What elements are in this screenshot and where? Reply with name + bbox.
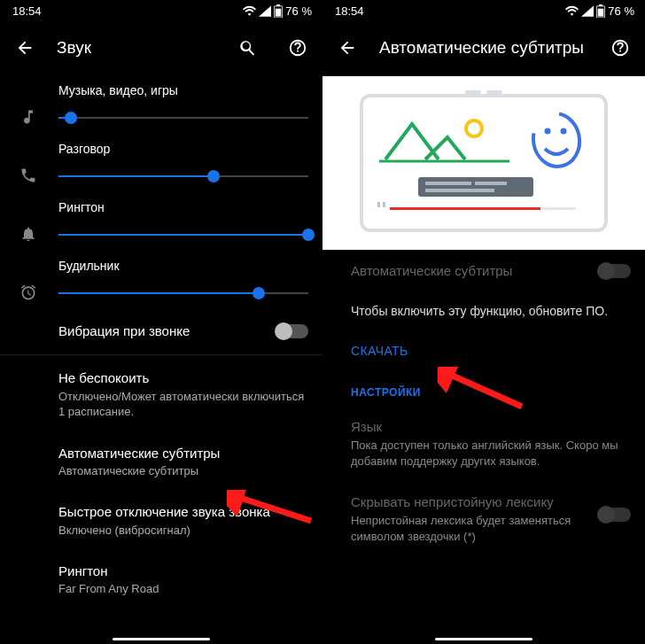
music-note-icon [19, 108, 37, 126]
svg-rect-22 [383, 202, 385, 207]
page-title: Звук [57, 38, 216, 58]
slider-media: Музыка, видео, игры [0, 76, 322, 135]
svg-point-13 [545, 128, 551, 135]
screen-sound: 18:54 4 76 % Звук Музыка, видео, игры [0, 0, 322, 644]
row-label: Автоматические субтитры [58, 445, 308, 462]
svg-text:4: 4 [261, 6, 265, 12]
row-sublabel: Непристойная лексика будет заменяться си… [351, 513, 588, 544]
svg-rect-20 [390, 207, 540, 210]
section-header: НАСТРОЙКИ [322, 367, 645, 406]
row-sublabel: Far From Any Road [58, 581, 308, 597]
search-icon [238, 38, 258, 58]
battery-icon [274, 4, 283, 18]
svg-point-14 [561, 128, 567, 135]
download-button[interactable]: СКАЧАТЬ [322, 326, 645, 367]
divider [0, 354, 322, 355]
status-bar: 18:54 76 % [322, 0, 645, 21]
signal-icon: 4 [259, 5, 271, 17]
help-icon [610, 38, 630, 58]
svg-rect-21 [377, 202, 380, 207]
page-title: Автоматические субтитры [379, 38, 588, 58]
switch-profanity[interactable] [599, 508, 631, 522]
phone-icon [19, 167, 37, 184]
screen-captions: 18:54 76 % Автоматические субтитры [322, 0, 645, 644]
row-profanity[interactable]: Скрывать непристойную лексику Непристойн… [322, 481, 645, 556]
home-indicator[interactable] [113, 638, 210, 640]
wifi-icon [243, 5, 256, 16]
slider-label: Будильник [58, 259, 308, 273]
svg-rect-3 [276, 8, 282, 16]
slider-track[interactable] [58, 108, 308, 128]
alarm-icon [19, 283, 37, 301]
row-label: Не беспокоить [58, 369, 308, 387]
row-label: Скрывать непристойную лексику [351, 493, 588, 511]
row-language[interactable]: Язык Пока доступен только английский язы… [322, 406, 645, 481]
help-button[interactable] [602, 30, 638, 66]
app-bar: Автоматические субтитры [322, 21, 645, 76]
back-button[interactable] [330, 30, 365, 66]
slider-label: Рингтон [58, 200, 308, 214]
slider-ring: Рингтон [0, 193, 322, 252]
row-label: Автоматические субтитры [351, 262, 588, 280]
battery-text: 76 % [285, 4, 312, 18]
search-button[interactable] [230, 30, 266, 66]
app-bar: Звук [0, 21, 322, 76]
status-icons: 76 % [565, 4, 634, 18]
svg-point-12 [529, 110, 584, 170]
svg-point-11 [466, 120, 482, 136]
clock: 18:54 [335, 4, 364, 18]
back-arrow-icon [338, 38, 357, 58]
row-mute-ring[interactable]: Быстрое отключение звука звонка Включено… [0, 491, 322, 550]
slider-alarm: Будильник [0, 252, 322, 310]
help-icon [288, 38, 307, 58]
svg-rect-15 [418, 177, 533, 197]
svg-rect-18 [425, 189, 494, 192]
status-icons: 4 76 % [243, 4, 312, 18]
row-sublabel: Автоматические субтитры [58, 463, 308, 479]
svg-rect-16 [425, 182, 471, 185]
row-label: Быстрое отключение звука звонка [58, 503, 308, 521]
slider-track[interactable] [58, 225, 308, 244]
svg-rect-17 [475, 182, 507, 185]
slider-label: Разговор [58, 142, 308, 156]
row-label: Рингтон [58, 563, 308, 580]
home-indicator[interactable] [435, 638, 532, 640]
row-captions-toggle[interactable]: Автоматические субтитры [322, 250, 645, 292]
slider-track[interactable] [58, 167, 308, 186]
row-label: Язык [351, 418, 631, 436]
battery-text: 76 % [608, 4, 634, 18]
slider-track[interactable] [58, 283, 308, 303]
svg-rect-7 [599, 4, 602, 6]
slider-label: Музыка, видео, игры [58, 83, 308, 97]
back-arrow-icon [15, 38, 35, 58]
row-label: Вибрация при звонке [58, 322, 266, 340]
bell-icon [19, 225, 37, 243]
row-ringtone[interactable]: Рингтон Far From Any Road [0, 550, 322, 622]
status-bar: 18:54 4 76 % [0, 0, 322, 21]
help-button[interactable] [280, 30, 315, 66]
switch-vibrate[interactable] [276, 324, 308, 338]
sound-content: Музыка, видео, игры Разговор Рингтон [0, 76, 322, 622]
row-sublabel: Включено (вибросигнал) [58, 523, 308, 539]
svg-rect-8 [598, 8, 604, 16]
switch-captions[interactable] [599, 264, 631, 278]
caption-illustration [322, 76, 645, 250]
slider-call: Разговор [0, 135, 322, 193]
wifi-icon [565, 5, 579, 16]
row-auto-captions[interactable]: Автоматические субтитры Автоматические с… [0, 432, 322, 492]
back-button[interactable] [7, 30, 43, 66]
caption-hint: Чтобы включить эту функцию, обновите ПО. [322, 292, 645, 326]
row-sublabel: Пока доступен только английский язык. Ск… [351, 438, 631, 469]
signal-icon [581, 5, 594, 17]
row-sublabel: Отключено/Может автоматически включиться… [58, 389, 308, 420]
row-dnd[interactable]: Не беспокоить Отключено/Может автоматиче… [0, 357, 322, 431]
battery-icon [596, 4, 605, 18]
row-vibrate[interactable]: Вибрация при звонке [0, 310, 322, 353]
svg-rect-2 [276, 4, 280, 6]
clock: 18:54 [12, 4, 42, 18]
